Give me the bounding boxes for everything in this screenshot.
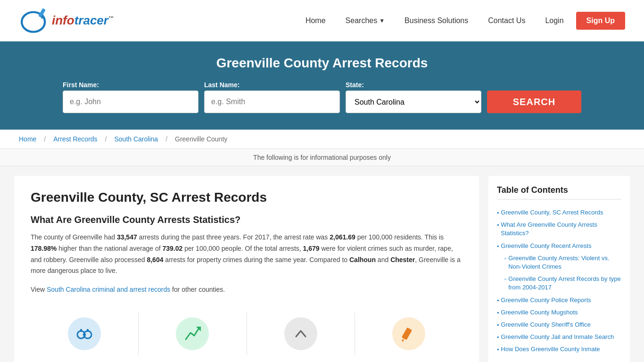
sc-records-link[interactable]: South Carolina criminal and arrest recor… — [47, 286, 170, 293]
toc-item: Greenville County Police Reports — [497, 294, 621, 306]
toc-link[interactable]: Greenville County Recent Arrests — [501, 242, 591, 250]
toc-link[interactable]: Greenville County Arrests: Violent vs. N… — [508, 254, 621, 271]
first-name-input[interactable] — [63, 90, 198, 113]
last-name-input[interactable] — [204, 90, 340, 113]
state-group: State: AlabamaAlaskaArizonaArkansasCalif… — [346, 81, 481, 113]
main-nav: Home Searches ▼ Business Solutions Conta… — [298, 12, 625, 30]
svg-rect-6 — [83, 334, 86, 336]
icon-stats — [139, 313, 247, 355]
search-form: First Name: Last Name: State: AlabamaAla… — [63, 81, 581, 113]
edit-icon — [399, 324, 418, 343]
icon-pen — [355, 313, 462, 355]
nav-contact-us[interactable]: Contact Us — [480, 13, 533, 29]
svg-rect-7 — [80, 329, 82, 332]
toc-link[interactable]: Greenville County, SC Arrest Records — [501, 208, 603, 217]
toc-item: Greenville County, SC Arrest Records — [497, 206, 621, 219]
toc-item: What Are Greenville County Arrests Stati… — [497, 219, 621, 239]
stat-national-avg: 739.02 — [162, 245, 182, 252]
last-name-group: Last Name: — [204, 81, 340, 113]
toc-link[interactable]: Greenville County Arrest Records by type… — [508, 275, 621, 292]
stats-paragraph: The county of Greenville had 33,547 arre… — [31, 232, 462, 277]
stat-calhoun: Calhoun — [349, 256, 376, 263]
logo-icon — [19, 4, 52, 37]
signup-button[interactable]: Sign Up — [576, 12, 625, 30]
stat-total-arrests: 33,547 — [117, 233, 137, 241]
search-button[interactable]: SEARCH — [487, 90, 581, 113]
chevron-up-icon — [291, 324, 310, 343]
arrests-icon — [68, 317, 101, 350]
stat-chester: Chester — [390, 256, 415, 263]
toc-item: Greenville County Mugshots — [497, 306, 621, 319]
info-bar: The following is for informational purpo… — [0, 149, 644, 166]
state-label: State: — [346, 81, 481, 89]
pen-icon — [392, 317, 425, 350]
breadcrumb-arrest-records[interactable]: Arrest Records — [53, 135, 97, 143]
toc-item: Greenville County Recent Arrests — [497, 240, 621, 252]
toc-link[interactable]: How Does Greenville County Inmate — [501, 345, 600, 354]
search-banner: Greenville County Arrest Records First N… — [0, 41, 644, 130]
toc-list: Greenville County, SC Arrest RecordsWhat… — [497, 206, 621, 355]
stat-arrest-rate: 2,061.69 — [330, 233, 355, 241]
scroll-top-icon — [284, 317, 317, 350]
view-sc-records: View South Carolina criminal and arrest … — [31, 284, 462, 296]
svg-marker-11 — [402, 338, 404, 342]
main-content: Greenville County, SC Arrest Records Wha… — [0, 166, 644, 362]
toc-item: Greenville County Arrest Records by type… — [497, 273, 621, 294]
stat-property: 8,604 — [147, 256, 163, 263]
first-name-group: First Name: — [63, 81, 198, 113]
stats-heading: What Are Greenville County Arrests Stati… — [31, 214, 462, 225]
header: infotracer™ Home Searches ▼ Business Sol… — [0, 0, 644, 41]
breadcrumb-sep-3: / — [165, 135, 167, 143]
toc-item: How Does Greenville County Inmate — [497, 343, 621, 355]
toc-title: Table of Contents — [497, 185, 621, 200]
toc-link[interactable]: Greenville County Police Reports — [501, 296, 591, 304]
breadcrumb-sep-2: / — [105, 135, 107, 143]
icon-scroll-top[interactable] — [247, 313, 355, 355]
stats-icon — [176, 317, 209, 350]
toc-link[interactable]: Greenville County Jail and Inmate Search — [501, 333, 614, 341]
icons-row — [31, 303, 462, 355]
toc-item: Greenville County Arrests: Violent vs. N… — [497, 252, 621, 273]
toc-item: Greenville County Jail and Inmate Search — [497, 331, 621, 343]
nav-business-solutions[interactable]: Business Solutions — [397, 13, 476, 29]
nav-searches[interactable]: Searches ▼ — [338, 13, 392, 29]
article-section: Greenville County, SC Arrest Records Wha… — [14, 176, 479, 362]
last-name-label: Last Name: — [204, 81, 340, 89]
nav-home[interactable]: Home — [298, 13, 333, 29]
logo-text: infotracer™ — [52, 13, 114, 28]
toc-link[interactable]: What Are Greenville County Arrests Stati… — [501, 221, 621, 238]
svg-rect-8 — [87, 329, 89, 332]
handcuffs-icon — [75, 324, 94, 343]
stat-violent: 1,679 — [303, 245, 320, 252]
banner-title: Greenville County Arrest Records — [19, 56, 625, 71]
breadcrumb-home[interactable]: Home — [19, 135, 36, 143]
state-select[interactable]: AlabamaAlaskaArizonaArkansasCaliforniaCo… — [346, 90, 481, 113]
toc-link[interactable]: Greenville County Sheriff's Office — [501, 321, 591, 329]
breadcrumb: Home / Arrest Records / South Carolina /… — [0, 130, 644, 149]
toc-item: Greenville County Sheriff's Office — [497, 319, 621, 331]
breadcrumb-greenville-county: Greenville County — [175, 135, 227, 143]
first-name-label: First Name: — [63, 81, 198, 89]
searches-chevron-icon: ▼ — [379, 17, 385, 24]
icon-arrests — [31, 313, 139, 355]
arrow-up-icon — [183, 324, 202, 343]
svg-rect-10 — [402, 328, 412, 340]
main-heading: Greenville County, SC Arrest Records — [31, 190, 462, 205]
nav-login[interactable]: Login — [537, 13, 571, 29]
toc-link[interactable]: Greenville County Mugshots — [501, 308, 578, 317]
breadcrumb-south-carolina[interactable]: South Carolina — [115, 135, 158, 143]
logo-area: infotracer™ — [19, 4, 114, 37]
info-bar-text: The following is for informational purpo… — [253, 154, 391, 161]
toc-section: Table of Contents Greenville County, SC … — [488, 176, 630, 362]
breadcrumb-sep-1: / — [44, 135, 46, 143]
stat-higher-pct: 178.98% — [31, 245, 57, 252]
